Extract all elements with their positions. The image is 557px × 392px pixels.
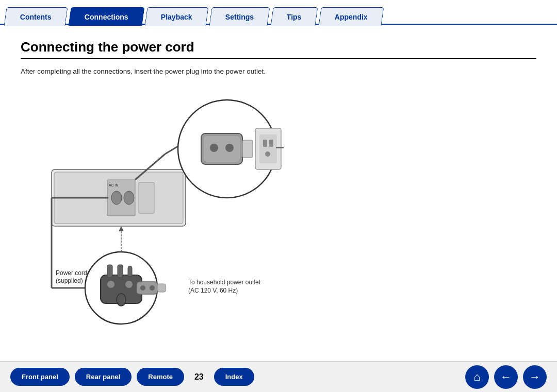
svg-text:AC IN: AC IN (109, 183, 119, 187)
power-cord-diagram: AC IN (21, 87, 382, 329)
svg-marker-41 (119, 226, 124, 231)
svg-rect-6 (139, 182, 154, 213)
tab-tips-wrap[interactable]: Tips (272, 6, 319, 25)
tab-settings-wrap[interactable]: Settings (210, 6, 271, 25)
svg-point-35 (150, 285, 155, 291)
svg-rect-20 (263, 140, 267, 147)
tab-playback[interactable]: Playback (145, 7, 209, 26)
bottom-navigation: Front panel Rear panel Remote 23 Index ⌂… (0, 361, 557, 392)
tab-contents-label: Contents (20, 13, 52, 21)
home-icon: ⌂ (473, 370, 480, 384)
svg-rect-21 (269, 140, 273, 147)
svg-point-31 (125, 281, 133, 288)
back-button[interactable]: ← (494, 365, 518, 389)
diagram-area: AC IN (21, 87, 536, 334)
svg-rect-33 (157, 284, 166, 292)
tab-appendix[interactable]: Appendix (318, 7, 384, 26)
svg-rect-26 (107, 265, 112, 278)
tab-appendix-wrap[interactable]: Appendix (320, 6, 385, 25)
svg-rect-14 (204, 136, 240, 162)
remote-button[interactable]: Remote (137, 368, 184, 386)
tab-appendix-label: Appendix (335, 13, 368, 21)
page-number: 23 (194, 372, 204, 382)
svg-point-5 (124, 191, 134, 204)
tab-playback-label: Playback (161, 13, 192, 21)
tab-contents[interactable]: Contents (4, 7, 68, 26)
tab-contents-wrap[interactable]: Contents (5, 6, 69, 25)
top-navigation: Contents Connections Playback Settings T… (0, 0, 557, 25)
rear-panel-button[interactable]: Rear panel (75, 368, 132, 386)
svg-point-34 (140, 285, 145, 291)
tab-playback-wrap[interactable]: Playback (146, 6, 209, 25)
svg-text:(supplied): (supplied) (56, 277, 83, 284)
forward-icon: → (529, 370, 540, 384)
tab-connections[interactable]: Connections (68, 7, 144, 26)
svg-rect-27 (118, 265, 123, 278)
svg-point-22 (265, 151, 270, 157)
svg-point-15 (210, 144, 218, 152)
svg-text:To household power outlet: To household power outlet (188, 279, 261, 286)
svg-text:(AC 120 V, 60 Hz): (AC 120 V, 60 Hz) (188, 287, 238, 294)
page-title: Connecting the power cord (21, 39, 536, 59)
tab-connections-label: Connections (85, 13, 128, 21)
svg-rect-28 (128, 266, 132, 277)
svg-rect-17 (242, 140, 253, 158)
page-description: After completing all the connections, in… (21, 66, 289, 77)
tab-tips[interactable]: Tips (271, 7, 318, 26)
svg-rect-19 (259, 134, 277, 163)
index-button[interactable]: Index (214, 368, 254, 386)
svg-point-4 (111, 191, 122, 204)
svg-text:Power cord: Power cord (56, 269, 87, 277)
back-icon: ← (500, 370, 512, 384)
tab-connections-wrap[interactable]: Connections (70, 6, 145, 25)
front-panel-button[interactable]: Front panel (10, 368, 70, 386)
home-button[interactable]: ⌂ (465, 365, 489, 389)
tab-settings[interactable]: Settings (209, 7, 270, 26)
svg-point-29 (117, 294, 126, 306)
svg-point-30 (107, 281, 114, 288)
tab-tips-label: Tips (287, 13, 302, 21)
main-content: Connecting the power cord After completi… (0, 25, 557, 345)
svg-point-16 (225, 144, 234, 152)
forward-button[interactable]: → (523, 365, 547, 389)
tab-settings-label: Settings (225, 13, 254, 21)
